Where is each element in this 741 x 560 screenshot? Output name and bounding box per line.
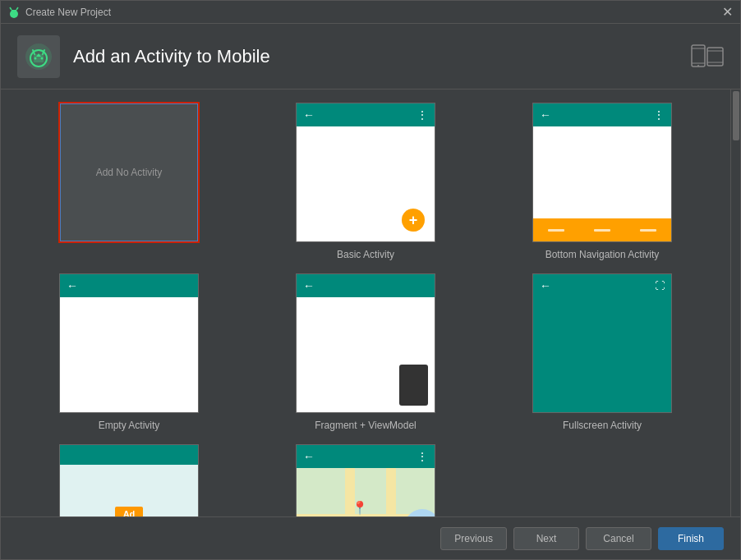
content-area: Add No Activity ← ⋮ +	[1, 90, 740, 516]
more-icon-2: ⋮	[653, 108, 665, 122]
fab-icon: +	[402, 209, 425, 232]
back-arrow-icon-4: ←	[303, 279, 315, 292]
svg-point-15	[697, 65, 699, 67]
footer: Previous Next Cancel Finish	[1, 516, 740, 559]
card-empty-activity[interactable]: ← Empty Activity	[17, 273, 241, 431]
card-fragment-activity[interactable]: ← Fragment + ViewModel	[254, 273, 477, 431]
window-title: Create New Project	[25, 7, 720, 18]
window: Create New Project ✕ Add an Activ	[0, 0, 741, 560]
cancel-button[interactable]: Cancel	[586, 527, 651, 550]
bottom-nav-bar	[533, 218, 671, 241]
card-preview-no-activity: Add No Activity	[59, 103, 199, 242]
scrollbar-thumb[interactable]	[733, 91, 739, 140]
svg-point-9	[35, 57, 37, 59]
back-arrow-icon-3: ←	[67, 279, 78, 292]
svg-rect-1	[12, 10, 16, 15]
activity-grid: Add No Activity ← ⋮ +	[1, 90, 730, 516]
header-left: Add an Activity to Mobile	[17, 35, 270, 78]
back-arrow-icon-6: ←	[303, 450, 315, 463]
card-label-fragment: Fragment + ViewModel	[315, 420, 417, 431]
card-bottom-navigation[interactable]: ← ⋮ Bottom Navigation Activity	[490, 103, 714, 260]
back-arrow-icon-5: ←	[540, 279, 551, 292]
card-no-activity[interactable]: Add No Activity	[17, 103, 241, 260]
next-button[interactable]: Next	[513, 527, 579, 550]
card-preview-admob: Ad	[59, 444, 199, 516]
maps-content: 📍	[297, 468, 435, 516]
svg-point-10	[41, 57, 44, 59]
close-button[interactable]: ✕	[720, 6, 734, 19]
card-label-bottom-nav: Bottom Navigation Activity	[545, 249, 660, 260]
card-preview-fullscreen: ← ⛶	[532, 273, 672, 413]
card-preview-fragment: ←	[296, 273, 435, 413]
card-maps-activity[interactable]: ← ⋮ 📍	[254, 444, 477, 516]
svg-rect-16	[707, 48, 723, 66]
scrollbar[interactable]	[730, 90, 740, 516]
title-bar: Create New Project ✕	[1, 1, 740, 24]
fullscreen-icon: ⛶	[655, 280, 665, 291]
ad-badge: Ad	[115, 507, 144, 516]
app-icon	[7, 6, 21, 19]
card-preview-bottom-nav: ← ⋮	[532, 103, 672, 242]
finish-button[interactable]: Finish	[658, 527, 724, 550]
card-preview-maps: ← ⋮ 📍	[296, 444, 435, 516]
device-icons	[691, 44, 724, 70]
card-admob-activity[interactable]: Ad Google AdMob Ads Activity	[17, 444, 241, 516]
card-basic-activity[interactable]: ← ⋮ + Basic Activity	[254, 103, 477, 260]
header: Add an Activity to Mobile	[1, 24, 740, 90]
android-logo	[17, 35, 60, 78]
card-fullscreen-activity[interactable]: ← ⛶ Fullscreen Activity	[490, 273, 714, 431]
card-label-fullscreen: Fullscreen Activity	[563, 420, 642, 431]
map-pin-icon: 📍	[352, 500, 368, 516]
card-label-basic: Basic Activity	[337, 249, 394, 260]
back-arrow-icon-2: ←	[540, 108, 551, 122]
card-preview-basic: ← ⋮ +	[296, 103, 435, 242]
back-arrow-icon: ←	[303, 108, 315, 122]
fragment-phone-icon	[399, 365, 428, 406]
svg-line-3	[16, 7, 18, 10]
previous-button[interactable]: Previous	[440, 527, 507, 550]
more-icon-3: ⋮	[417, 450, 428, 463]
svg-line-2	[10, 7, 12, 10]
no-activity-label-inside: Add No Activity	[96, 167, 163, 178]
more-icon: ⋮	[417, 108, 428, 122]
card-preview-empty: ←	[59, 273, 199, 413]
card-label-empty: Empty Activity	[99, 420, 160, 431]
page-title: Add an Activity to Mobile	[73, 46, 270, 67]
